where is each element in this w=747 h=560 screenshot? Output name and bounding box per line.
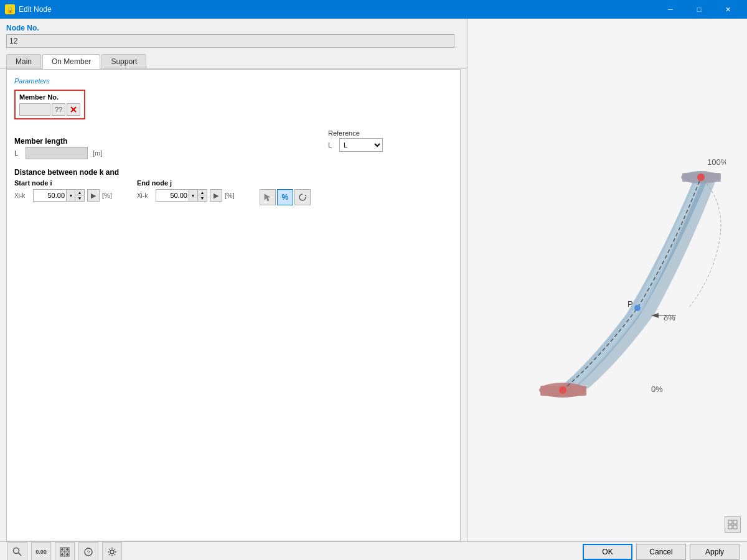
svg-line-17: [19, 553, 22, 556]
percent-button[interactable]: %: [277, 189, 293, 205]
end-node-label: End node j: [137, 179, 235, 187]
end-node-spinbox[interactable]: ▾ ▲ ▼: [156, 189, 207, 202]
reference-prefix: L: [328, 141, 334, 149]
member-no-clear-button[interactable]: [67, 103, 80, 116]
diagram-area: 0% 100% δ% P: [474, 25, 741, 516]
tab-main[interactable]: Main: [6, 54, 41, 68]
member-length-unit: [m]: [93, 149, 102, 157]
cancel-button[interactable]: Cancel: [636, 544, 686, 560]
start-node-up[interactable]: ▲: [75, 190, 84, 195]
percent-100-label: 100%: [707, 157, 726, 167]
start-node-label: Start node i: [14, 179, 112, 187]
svg-point-23: [61, 553, 63, 556]
decimal-tool-button[interactable]: 0.00: [31, 542, 51, 560]
percent-delta-label: δ%: [664, 313, 675, 322]
start-node-unit: [%]: [102, 192, 112, 199]
svg-point-24: [66, 553, 68, 556]
percent-0-label: 0%: [651, 385, 663, 394]
svg-text:?: ?: [87, 549, 90, 556]
member-no-qq-button[interactable]: ??: [52, 103, 65, 116]
start-node-prefix: Xi-k: [14, 192, 31, 199]
bottom-icons: 0.00 ?: [7, 542, 122, 560]
pointer-button[interactable]: [260, 189, 276, 205]
member-length-prefix: L: [14, 149, 21, 157]
svg-rect-13: [733, 520, 737, 524]
start-node-value-input[interactable]: [34, 190, 66, 201]
distance-title: Distance between node k and: [14, 168, 316, 177]
end-node-up[interactable]: ▲: [198, 190, 207, 195]
svg-point-22: [66, 548, 68, 551]
end-node-value-input[interactable]: [156, 190, 189, 201]
svg-point-16: [14, 548, 19, 554]
bottom-bar: 0.00 ?: [0, 541, 747, 560]
dialog-buttons: OK Cancel Apply: [583, 544, 740, 560]
left-panel: Node No. Main On Member Support Paramete…: [0, 19, 467, 541]
svg-rect-15: [733, 525, 737, 529]
reset-button[interactable]: [294, 189, 311, 205]
node-no-section: Node No.: [0, 19, 467, 52]
parameters-label: Parameters: [14, 77, 453, 85]
diagram-settings-button[interactable]: [725, 516, 741, 533]
search-tool-button[interactable]: [7, 542, 27, 560]
svg-point-27: [110, 550, 114, 554]
app-icon: 🔒: [5, 4, 15, 14]
minimize-button[interactable]: ─: [656, 0, 685, 19]
settings-tool-button[interactable]: [102, 542, 122, 560]
member-no-input[interactable]: [19, 103, 50, 116]
right-panel: 0% 100% δ% P: [467, 19, 747, 541]
member-no-title: Member No.: [19, 93, 80, 101]
end-node-unit: [%]: [225, 192, 235, 199]
tabs-container: Main On Member Support: [0, 52, 467, 69]
member-length-label: Member length: [14, 137, 316, 146]
reference-select[interactable]: L x y z: [339, 138, 383, 152]
start-node-dropdown[interactable]: ▾: [66, 190, 75, 201]
end-node-goto[interactable]: ▶: [210, 189, 222, 202]
node-no-input[interactable]: [6, 34, 454, 48]
ok-button[interactable]: OK: [583, 544, 632, 560]
member-no-box: Member No. ??: [14, 90, 85, 119]
end-node-prefix: Xi-k: [137, 192, 153, 199]
title-bar: 🔒 Edit Node ─ □ ✕: [0, 0, 747, 19]
tab-on-member[interactable]: On Member: [42, 54, 100, 69]
svg-point-21: [61, 548, 63, 551]
beam-diagram: 0% 100% δ% P: [489, 109, 726, 432]
end-node-down[interactable]: ▼: [198, 195, 207, 201]
start-node-spinbox[interactable]: ▾ ▲ ▼: [33, 189, 85, 202]
tab-support[interactable]: Support: [101, 54, 146, 68]
svg-marker-2: [304, 195, 306, 197]
maximize-button[interactable]: □: [685, 0, 713, 19]
svg-rect-14: [728, 525, 732, 529]
reference-label: Reference: [328, 129, 453, 137]
window-title: Edit Node: [19, 5, 52, 14]
node-no-label: Node No.: [6, 24, 461, 32]
content-area: Parameters Member No. ??: [6, 69, 461, 541]
start-node-goto[interactable]: ▶: [87, 189, 100, 202]
start-node-down[interactable]: ▼: [75, 195, 84, 201]
node-tool-button[interactable]: [55, 542, 75, 560]
svg-point-9: [634, 305, 641, 311]
svg-point-7: [559, 386, 566, 394]
member-length-input: [26, 147, 88, 159]
close-button[interactable]: ✕: [713, 0, 742, 19]
question-tool-button[interactable]: ?: [78, 542, 98, 560]
percent-icon: %: [281, 193, 288, 202]
apply-button[interactable]: Apply: [690, 544, 740, 560]
end-node-dropdown[interactable]: ▾: [189, 190, 197, 201]
point-p-label: P: [627, 299, 633, 309]
svg-rect-12: [728, 520, 732, 524]
